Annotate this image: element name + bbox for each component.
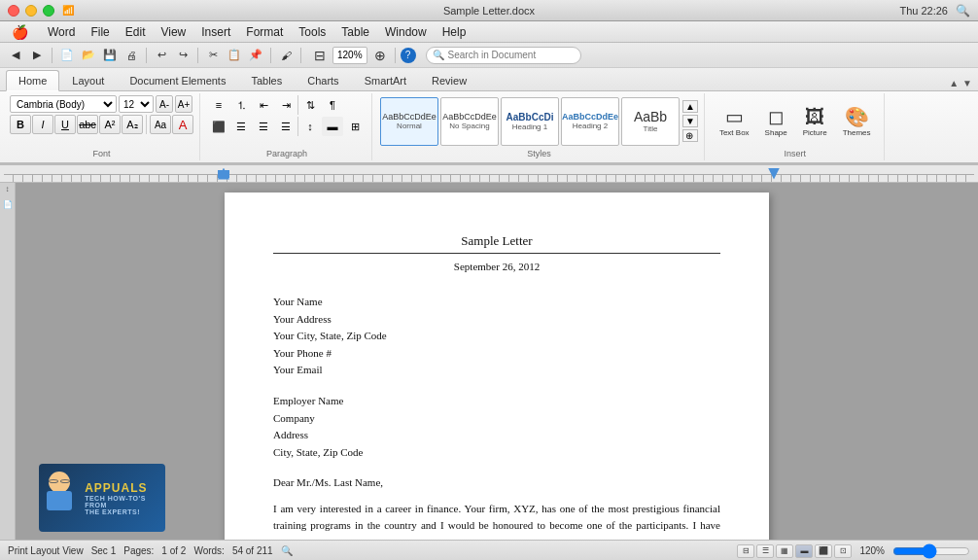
menu-table[interactable]: Table [333,23,377,41]
numbered-list-btn[interactable]: ⒈ [230,95,252,115]
increase-indent-btn[interactable]: ⇥ [275,95,297,115]
menu-edit[interactable]: Edit [118,23,154,41]
pages-label: Pages: [123,545,154,556]
salutation: Dear Mr./Ms. Last Name, [273,474,720,491]
first-line-indent[interactable] [218,170,229,178]
insert-textbox-btn[interactable]: ▭ Text Box [713,102,756,140]
separator [395,48,396,63]
bullet-list-btn[interactable]: ≡ [208,95,229,115]
save-button[interactable]: 💾 [100,46,120,65]
tab-charts[interactable]: Charts [295,70,351,90]
view-btn-5[interactable]: ⬛ [815,544,832,558]
insert-themes-btn[interactable]: 🎨 Themes [836,102,878,140]
align-left-btn[interactable]: ⬛ [208,117,229,136]
side-tool-arrow[interactable]: ↕ [1,185,15,198]
view-btn-3[interactable]: ▦ [776,544,793,558]
side-tool-page[interactable]: 📄 [1,200,15,214]
view-btn-4[interactable]: ▬ [795,544,813,558]
align-justify-btn[interactable]: ☰ [275,117,297,136]
insert-shape-btn[interactable]: ◻ Shape [758,102,794,140]
view-btn-1[interactable]: ⊟ [737,544,754,558]
highlight-button[interactable]: Aa [150,115,171,134]
style-normal[interactable]: AaBbCcDdEe Normal [380,97,438,146]
paste-button[interactable]: 📌 [246,46,265,65]
maximize-button[interactable] [43,5,54,17]
subscript-button[interactable]: A₂ [122,115,143,134]
decrease-indent-btn[interactable]: ⇤ [253,95,274,115]
menu-insert[interactable]: Insert [193,23,238,41]
border-btn[interactable]: ⊞ [344,117,366,136]
paragraph-group: ≡ ⒈ ⇤ ⇥ ⇅ ¶ ⬛ ☰ ☰ ☰ ↕ ▬ ⊞ [202,93,372,160]
style-no-spacing[interactable]: AaBbCcDdEe No Spacing [440,97,499,146]
insert-picture-btn[interactable]: 🖼 Picture [796,103,834,140]
tab-smartart[interactable]: SmartArt [352,70,419,90]
increase-font-btn[interactable]: A+ [175,95,192,113]
shading-btn[interactable]: ▬ [322,117,343,136]
zoom-out-btn[interactable]: ⊟ [310,46,330,65]
menu-help[interactable]: Help [435,23,474,41]
recipient-company: Company [273,410,720,428]
superscript-button[interactable]: A² [99,115,121,134]
help-button[interactable]: ? [401,48,416,63]
redo-button[interactable]: ↪ [173,46,192,65]
separator [300,48,301,63]
style-no-spacing-label: No Spacing [449,122,489,130]
underline-button[interactable]: U [54,115,76,134]
copy-button[interactable]: 📋 [225,46,244,65]
tab-layout[interactable]: Layout [59,70,117,90]
view-btn-2[interactable]: ☰ [756,544,774,558]
list-buttons-row: ≡ ⒈ ⇤ ⇥ ⇅ ¶ [208,95,366,115]
ribbon-expand-btn[interactable]: ▼ [962,78,972,88]
spell-check-icon[interactable]: 🔍 [281,545,293,556]
new-button[interactable]: 📄 [57,46,77,65]
font-family-select[interactable]: Cambria (Body) [10,95,117,113]
zoom-in-btn[interactable]: ⊕ [370,46,390,65]
align-right-btn[interactable]: ☰ [253,117,274,136]
style-heading1[interactable]: AaBbCcDi Heading 1 [501,97,559,146]
tab-tables[interactable]: Tables [238,70,295,90]
tab-home[interactable]: Home [6,70,59,91]
document-canvas[interactable]: APPUALS TECH HOW-TO'S FROM THE EXPERTS! … [16,183,978,540]
style-title[interactable]: AaBb Title [621,97,680,146]
bold-button[interactable]: B [10,115,31,134]
format-painter[interactable]: 🖌 [276,46,296,65]
cut-button[interactable]: ✂ [203,46,223,65]
styles-up-btn[interactable]: ▲ [682,100,698,113]
sort-btn[interactable]: ⇅ [299,95,321,115]
align-center-btn[interactable]: ☰ [230,117,252,136]
print-button[interactable]: 🖨 [122,46,141,65]
view-btn-6[interactable]: ⊡ [834,544,852,558]
styles-down-btn[interactable]: ▼ [682,115,698,127]
pilcrow-btn[interactable]: ¶ [322,95,343,115]
menu-format[interactable]: Format [238,23,291,41]
font-color-button[interactable]: A [172,115,193,134]
menu-view[interactable]: View [153,23,193,41]
appuals-logo: APPUALS TECH HOW-TO'S FROM THE EXPERTS! [39,464,165,532]
letter-divider [273,253,720,254]
close-button[interactable] [8,5,19,17]
menu-window[interactable]: Window [377,23,435,41]
undo-button[interactable]: ↩ [152,46,171,65]
line-spacing-btn[interactable]: ↕ [299,117,321,136]
menu-file[interactable]: File [83,23,117,41]
menu-tools[interactable]: Tools [291,23,333,41]
strikethrough-button[interactable]: abc [77,115,98,134]
decrease-font-btn[interactable]: A- [156,95,173,113]
ribbon-collapse-btn[interactable]: ▲ [949,78,959,88]
minimize-button[interactable] [25,5,37,17]
open-button[interactable]: 📂 [79,46,98,65]
italic-button[interactable]: I [32,115,53,134]
apple-menu[interactable]: 🍎 [4,22,36,42]
tab-review[interactable]: Review [419,70,479,90]
back-button[interactable]: ◀ [6,46,25,65]
search-input[interactable] [448,50,575,60]
menu-word[interactable]: Word [40,23,83,41]
zoom-slider[interactable] [892,547,970,555]
forward-button[interactable]: ▶ [27,46,47,65]
font-size-select[interactable]: 12 [119,95,154,113]
tab-document-elements[interactable]: Document Elements [117,70,238,90]
style-heading2[interactable]: AaBbCcDdEe Heading 2 [561,97,619,146]
search-document-field[interactable]: 🔍 [426,47,581,64]
styles-more-btn[interactable]: ⊕ [682,129,698,142]
search-icon[interactable]: 🔍 [956,4,970,18]
